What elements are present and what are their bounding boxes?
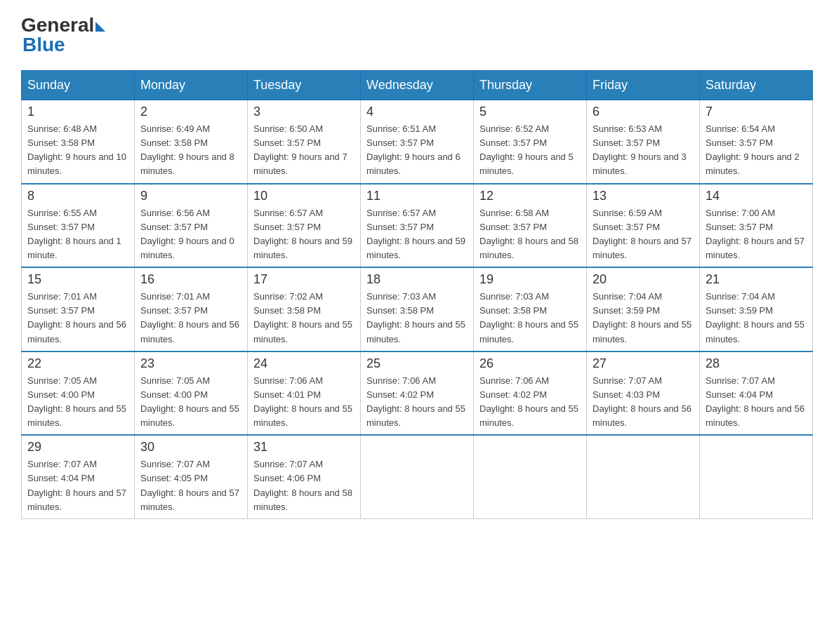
day-number: 6 [593,105,694,119]
calendar-cell: 15Sunrise: 7:01 AMSunset: 3:57 PMDayligh… [22,267,135,351]
day-info: Sunrise: 7:07 AMSunset: 4:05 PMDaylight:… [140,457,241,514]
day-info: Sunrise: 6:58 AMSunset: 3:57 PMDaylight:… [479,206,581,263]
col-header-tuesday: Tuesday [248,71,361,100]
day-number: 25 [366,356,468,371]
calendar-cell: 14Sunrise: 7:00 AMSunset: 3:57 PMDayligh… [700,184,813,268]
calendar-cell: 23Sunrise: 7:05 AMSunset: 4:00 PMDayligh… [135,351,248,436]
calendar-cell: 29Sunrise: 7:07 AMSunset: 4:04 PMDayligh… [22,435,135,518]
calendar-week-row: 1Sunrise: 6:48 AMSunset: 3:58 PMDaylight… [22,100,813,184]
day-info: Sunrise: 7:05 AMSunset: 4:00 PMDaylight:… [140,374,241,431]
day-info: Sunrise: 6:55 AMSunset: 3:57 PMDaylight:… [27,206,128,263]
day-number: 30 [140,440,241,455]
day-number: 31 [253,440,355,455]
day-number: 16 [140,272,241,287]
day-info: Sunrise: 6:57 AMSunset: 3:57 PMDaylight:… [366,206,468,263]
day-info: Sunrise: 7:06 AMSunset: 4:02 PMDaylight:… [479,374,581,431]
calendar-cell: 27Sunrise: 7:07 AMSunset: 4:03 PMDayligh… [587,351,700,436]
calendar-cell: 10Sunrise: 6:57 AMSunset: 3:57 PMDayligh… [248,184,361,268]
calendar-cell: 16Sunrise: 7:01 AMSunset: 3:57 PMDayligh… [135,267,248,351]
day-number: 26 [479,356,581,371]
day-number: 21 [706,272,807,287]
day-number: 23 [140,356,241,371]
day-number: 29 [27,440,128,455]
calendar-cell: 12Sunrise: 6:58 AMSunset: 3:57 PMDayligh… [474,184,587,268]
day-number: 22 [27,356,128,371]
calendar-cell: 1Sunrise: 6:48 AMSunset: 3:58 PMDaylight… [22,100,135,184]
calendar-cell: 19Sunrise: 7:03 AMSunset: 3:58 PMDayligh… [474,267,587,351]
day-number: 4 [366,105,468,119]
calendar-cell: 5Sunrise: 6:52 AMSunset: 3:57 PMDaylight… [474,100,587,184]
calendar-cell [587,435,700,518]
day-number: 12 [479,189,581,203]
calendar-cell: 9Sunrise: 6:56 AMSunset: 3:57 PMDaylight… [135,184,248,268]
day-info: Sunrise: 7:01 AMSunset: 3:57 PMDaylight:… [27,290,128,347]
day-number: 9 [140,189,241,203]
calendar-cell: 26Sunrise: 7:06 AMSunset: 4:02 PMDayligh… [474,351,587,436]
day-info: Sunrise: 6:57 AMSunset: 3:57 PMDaylight:… [253,206,355,263]
logo-arrow-icon [95,22,105,32]
day-number: 11 [366,189,468,203]
day-number: 18 [366,272,468,287]
calendar-cell [361,435,474,518]
calendar-week-row: 29Sunrise: 7:07 AMSunset: 4:04 PMDayligh… [22,435,813,518]
calendar-week-row: 15Sunrise: 7:01 AMSunset: 3:57 PMDayligh… [22,267,813,351]
logo: General Blue [21,14,105,56]
calendar-week-row: 22Sunrise: 7:05 AMSunset: 4:00 PMDayligh… [22,351,813,436]
day-info: Sunrise: 7:05 AMSunset: 4:00 PMDaylight:… [27,374,128,431]
day-info: Sunrise: 6:51 AMSunset: 3:57 PMDaylight:… [366,122,468,179]
day-number: 10 [253,189,355,203]
day-info: Sunrise: 7:06 AMSunset: 4:01 PMDaylight:… [253,374,355,431]
day-info: Sunrise: 6:53 AMSunset: 3:57 PMDaylight:… [593,122,694,179]
day-info: Sunrise: 6:49 AMSunset: 3:58 PMDaylight:… [140,122,241,179]
day-info: Sunrise: 7:03 AMSunset: 3:58 PMDaylight:… [366,290,468,347]
day-number: 8 [27,189,128,203]
calendar-cell: 11Sunrise: 6:57 AMSunset: 3:57 PMDayligh… [361,184,474,268]
calendar-cell: 30Sunrise: 7:07 AMSunset: 4:05 PMDayligh… [135,435,248,518]
calendar-cell: 31Sunrise: 7:07 AMSunset: 4:06 PMDayligh… [248,435,361,518]
day-number: 17 [253,272,355,287]
day-number: 28 [706,356,807,371]
day-number: 14 [706,189,807,203]
day-number: 19 [479,272,581,287]
day-info: Sunrise: 7:07 AMSunset: 4:04 PMDaylight:… [706,374,807,431]
day-number: 5 [479,105,581,119]
day-number: 7 [706,105,807,119]
calendar-cell: 2Sunrise: 6:49 AMSunset: 3:58 PMDaylight… [135,100,248,184]
calendar-cell: 28Sunrise: 7:07 AMSunset: 4:04 PMDayligh… [700,351,813,436]
day-number: 3 [253,105,355,119]
calendar-header-row: SundayMondayTuesdayWednesdayThursdayFrid… [22,71,813,100]
col-header-sunday: Sunday [22,71,135,100]
calendar-cell: 13Sunrise: 6:59 AMSunset: 3:57 PMDayligh… [587,184,700,268]
calendar-cell [474,435,587,518]
day-info: Sunrise: 6:50 AMSunset: 3:57 PMDaylight:… [253,122,355,179]
col-header-saturday: Saturday [700,71,813,100]
page-header: General Blue [21,14,813,56]
day-number: 20 [593,272,694,287]
day-info: Sunrise: 7:06 AMSunset: 4:02 PMDaylight:… [366,374,468,431]
calendar-cell: 24Sunrise: 7:06 AMSunset: 4:01 PMDayligh… [248,351,361,436]
day-info: Sunrise: 7:01 AMSunset: 3:57 PMDaylight:… [140,290,241,347]
day-number: 15 [27,272,128,287]
calendar-cell: 22Sunrise: 7:05 AMSunset: 4:00 PMDayligh… [22,351,135,436]
day-info: Sunrise: 6:48 AMSunset: 3:58 PMDaylight:… [27,122,128,179]
day-info: Sunrise: 7:02 AMSunset: 3:58 PMDaylight:… [253,290,355,347]
col-header-thursday: Thursday [474,71,587,100]
day-number: 2 [140,105,241,119]
day-number: 1 [27,105,128,119]
col-header-monday: Monday [135,71,248,100]
calendar-cell: 18Sunrise: 7:03 AMSunset: 3:58 PMDayligh… [361,267,474,351]
day-info: Sunrise: 6:59 AMSunset: 3:57 PMDaylight:… [593,206,694,263]
calendar-cell: 7Sunrise: 6:54 AMSunset: 3:57 PMDaylight… [700,100,813,184]
calendar-cell [700,435,813,518]
day-number: 24 [253,356,355,371]
col-header-wednesday: Wednesday [361,71,474,100]
day-info: Sunrise: 7:03 AMSunset: 3:58 PMDaylight:… [479,290,581,347]
day-info: Sunrise: 7:07 AMSunset: 4:03 PMDaylight:… [593,374,694,431]
calendar-cell: 4Sunrise: 6:51 AMSunset: 3:57 PMDaylight… [361,100,474,184]
logo-blue-text: Blue [21,34,65,56]
day-info: Sunrise: 7:04 AMSunset: 3:59 PMDaylight:… [706,290,807,347]
calendar-cell: 17Sunrise: 7:02 AMSunset: 3:58 PMDayligh… [248,267,361,351]
calendar-cell: 25Sunrise: 7:06 AMSunset: 4:02 PMDayligh… [361,351,474,436]
calendar-cell: 3Sunrise: 6:50 AMSunset: 3:57 PMDaylight… [248,100,361,184]
calendar-week-row: 8Sunrise: 6:55 AMSunset: 3:57 PMDaylight… [22,184,813,268]
